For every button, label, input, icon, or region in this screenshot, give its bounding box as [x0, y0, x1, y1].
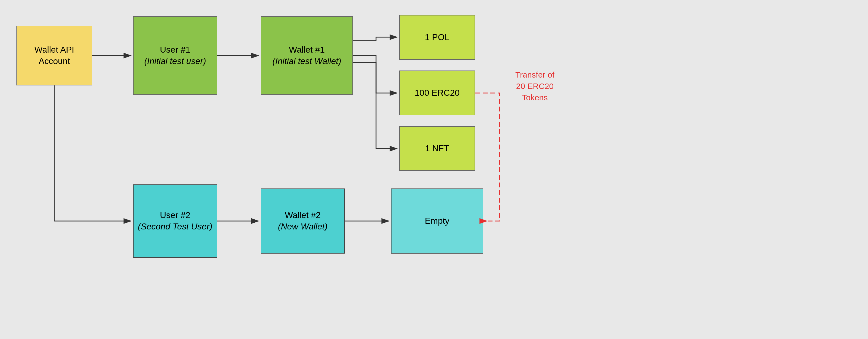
wallet1-line2: (Initial test Wallet) [272, 56, 341, 67]
wallet2-line2: (New Wallet) [278, 221, 328, 232]
user2-line2: (Second Test User) [138, 221, 212, 232]
wallet-api-line2: Account [34, 56, 74, 67]
arrow-wallet1-erc20 [353, 56, 397, 93]
wallet1-line1: Wallet #1 [272, 44, 341, 56]
wallet2-node: Wallet #2 (New Wallet) [261, 189, 345, 253]
erc20-node: 100 ERC20 [399, 70, 475, 115]
empty-node: Empty [391, 189, 483, 253]
arrow-api-user2 [54, 86, 131, 221]
wallet-api-node: Wallet API Account [16, 26, 92, 86]
transfer-label-line1: Transfer of [502, 69, 567, 80]
pol-label: 1 POL [425, 32, 450, 43]
transfer-label: Transfer of 20 ERC20 Tokens [502, 69, 567, 103]
user1-node: User #1 (Initial test user) [133, 16, 217, 95]
erc20-label: 100 ERC20 [414, 87, 459, 99]
pol-node: 1 POL [399, 15, 475, 60]
wallet-api-line1: Wallet API [34, 44, 74, 56]
arrow-wallet1-pol [353, 37, 397, 41]
wallet1-node: Wallet #1 (Initial test Wallet) [261, 16, 353, 95]
empty-label: Empty [425, 215, 450, 227]
transfer-label-line2: 20 ERC20 Tokens [502, 80, 567, 103]
arrow-wallet1-nft [353, 62, 397, 148]
diagram-container: Wallet API Account User #1 (Initial test… [0, 0, 868, 339]
user2-node: User #2 (Second Test User) [133, 184, 217, 258]
user1-line2: (Initial test user) [144, 56, 206, 67]
user2-line1: User #2 [138, 210, 212, 221]
user1-line1: User #1 [144, 44, 206, 56]
wallet2-line1: Wallet #2 [278, 210, 328, 221]
nft-node: 1 NFT [399, 126, 475, 171]
nft-label: 1 NFT [425, 143, 450, 154]
